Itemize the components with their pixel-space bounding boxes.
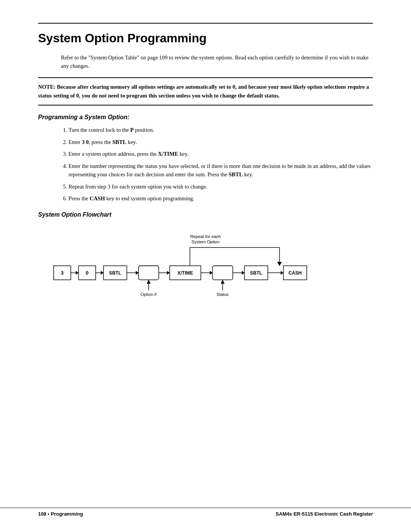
step-6: Press the CASH key to end system option … (68, 195, 373, 203)
top-border (38, 23, 373, 24)
footer-left: 108 • Programming (38, 511, 83, 517)
repeat-arrowhead (277, 262, 282, 266)
flowchart-heading: System Option Flowchart (38, 211, 373, 218)
programming-section-heading: Programming a System Option: (38, 114, 373, 121)
flowchart-svg: Repeat for each System Option 3 0 SBTL (38, 230, 373, 306)
step-3: Enter a system option address, press the… (68, 150, 373, 158)
arrow-xtime-status-head (210, 271, 212, 275)
node-sbtl2-label: SBTL (250, 271, 263, 276)
node-0-label: 0 (86, 270, 88, 276)
node-3-label: 3 (61, 270, 64, 276)
status-label: Status (217, 292, 229, 297)
arrow-option-xtime-head (167, 271, 170, 275)
arrow-status-sbtl2-head (242, 271, 244, 275)
arrow-sbtl2-cash-head (280, 271, 283, 275)
note-box: NOTE: Because after clearing memory all … (38, 77, 373, 105)
page-title: System Option Programming (38, 31, 373, 45)
arrow-sbtl-option-head (136, 271, 139, 275)
step-2: Enter 3 0, press the SBTL key. (68, 138, 373, 147)
repeat-label: Repeat for each (190, 234, 221, 239)
steps-list: Turn the control lock to the P position.… (68, 126, 373, 203)
node-xtime-label: X/TIME (177, 271, 193, 276)
node-option-box (139, 266, 159, 280)
option-arrow-head (147, 280, 150, 284)
node-status-box (212, 266, 233, 280)
arrow-0-sbtl-head (101, 271, 104, 275)
arrow-3-0-head (76, 271, 78, 275)
repeat-arrow-path (190, 248, 279, 266)
note-text: NOTE: Because after clearing memory all … (38, 83, 373, 100)
node-cash-label: CASH (288, 271, 302, 276)
option-hash-label: Option # (140, 292, 157, 297)
footer: 108 • Programming SAM4s ER-5115 Electron… (0, 508, 411, 517)
footer-right: SAM4s ER-5115 Electronic Cash Register (276, 511, 373, 517)
step-4: Enter the number representing the status… (68, 162, 373, 179)
node-sbtl1-label: SBTL (109, 271, 122, 276)
status-arrow-head (221, 280, 225, 284)
step-5: Repeat from step 3 for each system optio… (68, 183, 373, 191)
page: System Option Programming Refer to the "… (0, 0, 411, 532)
system-option-label: System Option (191, 240, 220, 244)
intro-text: Refer to the "System Option Table" on pa… (61, 54, 373, 70)
step-1: Turn the control lock to the P position. (68, 126, 373, 134)
flowchart-container: Repeat for each System Option 3 0 SBTL (38, 230, 373, 306)
